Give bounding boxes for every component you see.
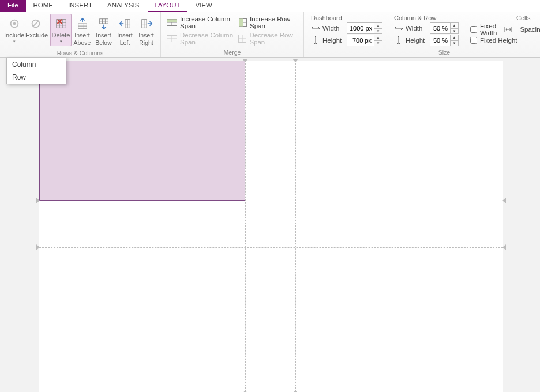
tab-strip: File HOME INSERT ANALYSIS LAYOUT VIEW bbox=[0, 0, 540, 12]
spin-down-icon[interactable]: ▼ bbox=[374, 29, 382, 34]
dashboard-size: Dashboard Width ▲▼ Height bbox=[311, 14, 382, 46]
insert-above-icon bbox=[72, 16, 92, 32]
delete-icon bbox=[51, 16, 71, 32]
insert-left-icon bbox=[115, 16, 135, 32]
group-rows-columns: Include ▾ Exclude Delete ▾ Insert Above … bbox=[0, 12, 161, 57]
dashboard-width-input[interactable]: ▲▼ bbox=[347, 22, 382, 34]
cells-size: Cells Fixed Width Spacing ▲▼ Fixed Heigh… bbox=[470, 14, 540, 46]
column-row-size: Column & Row Width ▲▼ Height bbox=[394, 14, 459, 46]
include-button[interactable]: Include ▾ bbox=[3, 14, 25, 46]
insert-below-icon bbox=[93, 16, 114, 32]
height-icon bbox=[394, 36, 403, 44]
increase-row-span-icon bbox=[238, 18, 247, 27]
tab-insert[interactable]: INSERT bbox=[61, 0, 100, 12]
fixed-width-checkbox[interactable]: Fixed Width bbox=[470, 22, 497, 36]
design-stage bbox=[0, 58, 540, 392]
row-handle-left-2[interactable] bbox=[36, 244, 40, 250]
column-handle-1[interactable] bbox=[242, 59, 248, 62]
delete-button[interactable]: Delete ▾ bbox=[50, 14, 72, 46]
decrease-row-span-button[interactable]: Decrease Row Span bbox=[238, 32, 298, 46]
decrease-row-span-icon bbox=[238, 35, 246, 43]
insert-below-button[interactable]: Insert Below bbox=[93, 14, 114, 48]
spin-up-icon[interactable]: ▲ bbox=[374, 35, 382, 41]
exclude-icon bbox=[25, 16, 46, 32]
increase-column-span-icon bbox=[167, 18, 177, 27]
grid-divider-vertical-1[interactable] bbox=[245, 61, 246, 392]
group-title-size: Size bbox=[308, 49, 540, 57]
height-icon bbox=[311, 36, 320, 44]
delete-column-item[interactable]: Column bbox=[7, 58, 66, 71]
insert-left-button[interactable]: Insert Left bbox=[114, 14, 136, 48]
grid-divider-horizontal-2[interactable] bbox=[39, 247, 503, 248]
dashboard-canvas[interactable] bbox=[39, 61, 503, 392]
increase-column-span-button[interactable]: Increase Column Span bbox=[167, 16, 234, 29]
group-merge: Increase Column Span Decrease Column Spa… bbox=[161, 12, 304, 57]
insert-above-button[interactable]: Insert Above bbox=[72, 14, 93, 48]
svg-point-1 bbox=[13, 22, 16, 25]
group-title-merge: Merge bbox=[164, 49, 300, 57]
tab-view[interactable]: VIEW bbox=[188, 0, 220, 12]
spin-up-icon[interactable]: ▲ bbox=[451, 23, 458, 29]
width-icon bbox=[311, 24, 320, 32]
spacing-icon bbox=[504, 25, 513, 33]
delete-row-item[interactable]: Row bbox=[7, 71, 66, 84]
delete-dropdown: Column Row bbox=[6, 58, 66, 84]
spin-down-icon[interactable]: ▼ bbox=[451, 41, 458, 46]
include-icon bbox=[4, 16, 24, 32]
grid-divider-horizontal-1[interactable] bbox=[39, 201, 503, 201]
dashboard-height-input[interactable]: ▲▼ bbox=[347, 35, 382, 46]
increase-row-span-button[interactable]: Increase Row Span bbox=[238, 16, 298, 29]
decrease-column-span-icon bbox=[167, 35, 177, 43]
svg-rect-30 bbox=[167, 20, 177, 23]
fixed-height-checkbox[interactable]: Fixed Height bbox=[470, 37, 518, 44]
decrease-column-span-button[interactable]: Decrease Column Span bbox=[167, 32, 234, 46]
selected-cell[interactable] bbox=[39, 61, 245, 201]
ribbon: Include ▾ Exclude Delete ▾ Insert Above … bbox=[0, 12, 540, 58]
tab-file[interactable]: File bbox=[0, 0, 26, 12]
exclude-button[interactable]: Exclude bbox=[25, 14, 46, 41]
spin-down-icon[interactable]: ▼ bbox=[374, 41, 382, 46]
tab-layout[interactable]: LAYOUT bbox=[147, 0, 187, 12]
row-handle-left-1[interactable] bbox=[36, 198, 40, 203]
column-handle-2[interactable] bbox=[292, 59, 298, 62]
grid-divider-vertical-2[interactable] bbox=[295, 61, 296, 392]
spin-up-icon[interactable]: ▲ bbox=[374, 23, 382, 29]
svg-line-3 bbox=[33, 21, 38, 26]
tab-analysis[interactable]: ANALYSIS bbox=[100, 0, 147, 12]
spin-down-icon[interactable]: ▼ bbox=[451, 29, 458, 34]
tab-home[interactable]: HOME bbox=[26, 0, 61, 12]
group-title-rows-columns: Rows & Columns bbox=[3, 50, 157, 58]
colrow-width-input[interactable]: ▲▼ bbox=[430, 22, 459, 34]
row-handle-right-1[interactable] bbox=[502, 198, 506, 203]
insert-right-button[interactable]: Insert Right bbox=[136, 14, 157, 48]
insert-right-icon bbox=[136, 16, 156, 32]
svg-rect-37 bbox=[239, 19, 243, 27]
group-size: Dashboard Width ▲▼ Height bbox=[304, 12, 540, 57]
row-handle-right-2[interactable] bbox=[502, 244, 506, 250]
colrow-height-input[interactable]: ▲▼ bbox=[430, 35, 459, 46]
width-icon bbox=[394, 24, 403, 32]
spin-up-icon[interactable]: ▲ bbox=[451, 35, 458, 41]
